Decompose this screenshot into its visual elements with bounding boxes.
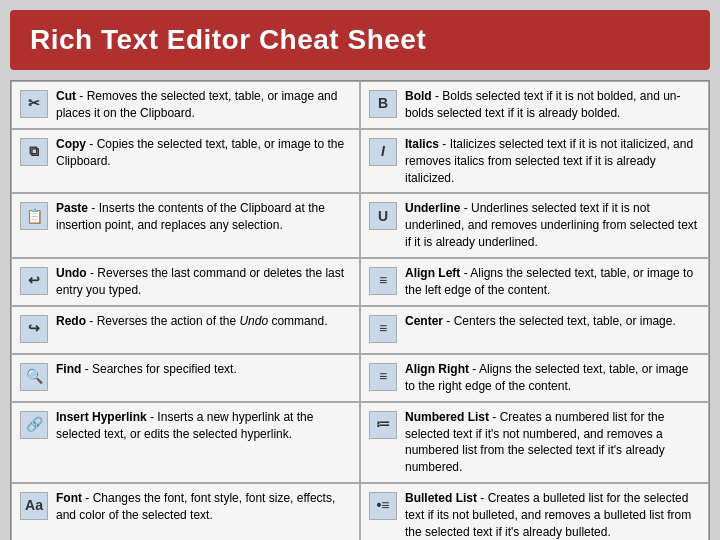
cell-text: Undo - Reverses the last command or dele…: [56, 265, 351, 299]
cell-icon: •≡: [369, 492, 397, 520]
table-row: 🔗Insert Hyperlink - Inserts a new hyperl…: [11, 402, 360, 483]
table-row: ≔Numbered List - Creates a numbered list…: [360, 402, 709, 483]
table-row: ✂Cut - Removes the selected text, table,…: [11, 81, 360, 129]
cell-icon: ⧉: [20, 138, 48, 166]
table-row: 🔍Find - Searches for specified text.: [11, 354, 360, 402]
cell-text: Align Right - Aligns the selected text, …: [405, 361, 700, 395]
cell-icon: ↪: [20, 315, 48, 343]
cell-icon: 🔗: [20, 411, 48, 439]
cell-text: Bulleted List - Creates a bulleted list …: [405, 490, 700, 540]
cell-text: Align Left - Aligns the selected text, t…: [405, 265, 700, 299]
cell-icon: ≡: [369, 315, 397, 343]
cell-text: Center - Centers the selected text, tabl…: [405, 313, 700, 330]
table-row: ≡Align Right - Aligns the selected text,…: [360, 354, 709, 402]
table-row: 📋Paste - Inserts the contents of the Cli…: [11, 193, 360, 257]
cell-icon: Aa: [20, 492, 48, 520]
table-row: UUnderline - Underlines selected text if…: [360, 193, 709, 257]
cell-icon: U: [369, 202, 397, 230]
cell-icon: ≡: [369, 363, 397, 391]
cell-icon: ↩: [20, 267, 48, 295]
cell-icon: 📋: [20, 202, 48, 230]
table-row: ≡Center - Centers the selected text, tab…: [360, 306, 709, 354]
cell-text: Find - Searches for specified text.: [56, 361, 351, 378]
table-row: ⧉Copy - Copies the selected text, table,…: [11, 129, 360, 193]
table-row: ≡Align Left - Aligns the selected text, …: [360, 258, 709, 306]
cell-icon: ≔: [369, 411, 397, 439]
cell-text: Insert Hyperlink - Inserts a new hyperli…: [56, 409, 351, 443]
cell-icon: 🔍: [20, 363, 48, 391]
table-row: ↪Redo - Reverses the action of the Undo …: [11, 306, 360, 354]
cell-text: Bold - Bolds selected text if it is not …: [405, 88, 700, 122]
table-row: ↩Undo - Reverses the last command or del…: [11, 258, 360, 306]
table-row: AaFont - Changes the font, font style, f…: [11, 483, 360, 540]
cell-text: Underline - Underlines selected text if …: [405, 200, 700, 250]
cheat-sheet-grid: ✂Cut - Removes the selected text, table,…: [10, 80, 710, 540]
cell-text: Paste - Inserts the contents of the Clip…: [56, 200, 351, 234]
cell-text: Italics - Italicizes selected text if it…: [405, 136, 700, 186]
cell-text: Font - Changes the font, font style, fon…: [56, 490, 351, 524]
cell-icon: ✂: [20, 90, 48, 118]
cell-text: Cut - Removes the selected text, table, …: [56, 88, 351, 122]
page-title: Rich Text Editor Cheat Sheet: [10, 10, 710, 70]
container: Rich Text Editor Cheat Sheet ✂Cut - Remo…: [0, 0, 720, 540]
table-row: •≡Bulleted List - Creates a bulleted lis…: [360, 483, 709, 540]
cell-text: Copy - Copies the selected text, table, …: [56, 136, 351, 170]
cell-text: Redo - Reverses the action of the Undo c…: [56, 313, 351, 330]
cell-text: Numbered List - Creates a numbered list …: [405, 409, 700, 476]
cell-icon: I: [369, 138, 397, 166]
table-row: BBold - Bolds selected text if it is not…: [360, 81, 709, 129]
table-row: IItalics - Italicizes selected text if i…: [360, 129, 709, 193]
cell-icon: B: [369, 90, 397, 118]
cell-icon: ≡: [369, 267, 397, 295]
